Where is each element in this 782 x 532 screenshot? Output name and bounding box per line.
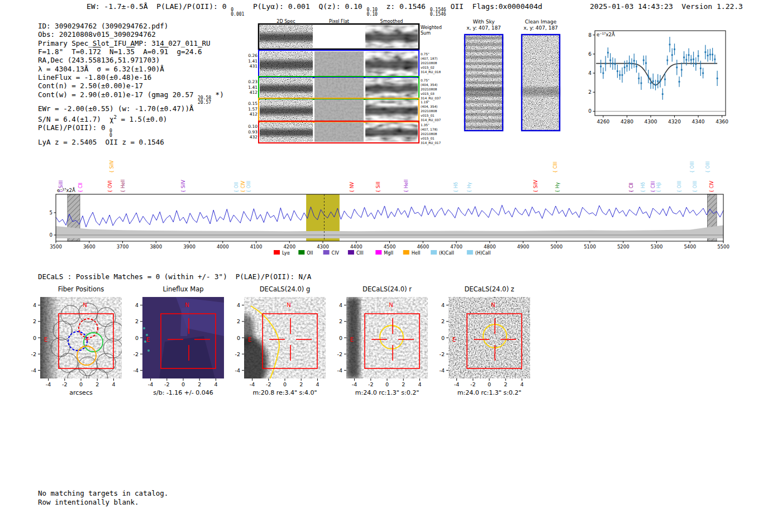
svg-text:x, y: 407, 187: x, y: 407, 187	[466, 25, 501, 31]
svg-text:0: 0	[588, 108, 592, 114]
svg-text:4400: 4400	[350, 244, 363, 250]
svg-text:E: E	[350, 337, 354, 343]
svg-text:0.23: 0.23	[248, 79, 258, 84]
svg-text:0: 0	[182, 381, 185, 387]
svg-text:4: 4	[112, 381, 115, 387]
svg-text:5300: 5300	[651, 244, 663, 250]
svg-text:-2: -2	[440, 351, 445, 357]
cutout-decals_r: DECaLS(24.0) rNE420-2-4-4-2024m:24.0 rc:…	[327, 284, 439, 398]
svg-text:{ CIII: { CIII	[651, 181, 656, 193]
svg-text:m:24.0 rc:1.3" s:0.2": m:24.0 rc:1.3" s:0.2"	[457, 389, 522, 396]
svg-text:0: 0	[488, 381, 491, 387]
svg-text:(K)CaII: (K)CaII	[439, 251, 454, 256]
decals-match-line: DECaLS : Possible Matches = 0 (within +/…	[38, 272, 311, 281]
svg-text:0.93: 0.93	[248, 130, 258, 135]
svg-text:OII: OII	[307, 251, 313, 256]
svg-text:{ SiIV: { SiIV	[533, 180, 538, 193]
svg-text:{ OIII: { OIII	[677, 181, 682, 193]
svg-text:8: 8	[588, 32, 592, 38]
svg-text:4260: 4260	[597, 119, 609, 124]
svg-text:v015_01: v015_01	[421, 137, 435, 141]
svg-text:4360: 4360	[716, 119, 728, 124]
info-line: F=1.8" T=0.172 N=1.35 A=0.91 g=24.6	[38, 47, 224, 56]
info-line: ID: 3090294762 (3090294762.pdf)	[38, 22, 224, 30]
svg-text:{ HeII: { HeII	[404, 180, 409, 193]
svg-text:0: 0	[135, 335, 139, 341]
svg-text:4300: 4300	[317, 244, 329, 250]
line-fit-svg: 02468426042804300432043404360e⁻¹⁷x2Å	[578, 25, 730, 129]
svg-text:{ Hδ: { Hδ	[454, 182, 459, 193]
svg-text:{ OIII: { OIII	[693, 181, 698, 193]
svg-text:{ Hβ: { Hβ	[656, 182, 661, 193]
svg-text:-2: -2	[337, 351, 342, 357]
header-timestamp-version: 2025-01-03 14:43:23 Version 1.22.3	[590, 2, 743, 11]
cutout-decals_g: DECaLS(24.0) gNE420-2-4-4-2024m:20.8 re:…	[225, 284, 337, 398]
svg-text:4900: 4900	[517, 244, 530, 250]
svg-text:N: N	[287, 302, 290, 308]
svg-text:Pixel Flat: Pixel Flat	[329, 19, 349, 24]
svg-text:4800: 4800	[484, 244, 496, 250]
svg-text:1.35": 1.35"	[421, 123, 430, 127]
svg-text:Lineflux Map: Lineflux Map	[163, 285, 203, 293]
svg-text:-4: -4	[133, 367, 139, 373]
svg-text:{ SiII: { SiII	[376, 181, 381, 193]
svg-text:3900: 3900	[183, 244, 196, 250]
svg-text:-2: -2	[133, 351, 139, 357]
svg-text:4300: 4300	[645, 119, 657, 124]
info-line: LineFlux = -1.80(±0.48)e-16	[38, 73, 224, 82]
svg-text:v015_01: v015_01	[421, 114, 435, 118]
svg-text:4: 4	[520, 381, 523, 387]
svg-text:{ SiIV: { SiIV	[181, 180, 186, 193]
svg-text:431: 431	[250, 64, 258, 69]
svg-text:0: 0	[283, 381, 287, 387]
svg-text:(407, 187): (407, 187)	[421, 57, 437, 60]
svg-text:5500: 5500	[717, 244, 729, 250]
svg-text:{ NV: { NV	[350, 181, 355, 193]
svg-text:Clean Image: Clean Image	[525, 19, 557, 25]
info-line: Obs: 20210808v015_3090294762	[38, 30, 224, 39]
svg-text:-2: -2	[368, 381, 373, 387]
svg-text:arcsecs: arcsecs	[69, 389, 93, 396]
svg-text:314_RU_017: 314_RU_017	[421, 141, 441, 145]
svg-text:CIV: CIV	[332, 251, 340, 256]
svg-text:0: 0	[237, 335, 240, 341]
svg-text:x, y: 407, 187: x, y: 407, 187	[523, 25, 558, 31]
svg-text:CIII: CIII	[356, 251, 364, 256]
svg-text:{ OIII: { OIII	[705, 161, 711, 173]
svg-text:E: E	[146, 337, 150, 343]
svg-text:0.15: 0.15	[248, 101, 258, 106]
sup-sub-value: 0.15460.1546	[430, 8, 446, 17]
svg-text:2: 2	[441, 318, 445, 324]
svg-text:4280: 4280	[621, 119, 633, 124]
svg-text:5400: 5400	[684, 244, 696, 250]
svg-text:-2: -2	[62, 381, 67, 387]
spec2d-cutout-grid: 2D SpecPixel FlatSmoothedWeightedSum0.26…	[246, 17, 447, 147]
svg-text:412: 412	[250, 90, 258, 95]
info-line: Primary Spec_Slot_IFU_AMP: 314_027_011_R…	[38, 39, 224, 47]
svg-text:{ CIV: { CIV	[241, 180, 246, 193]
svg-text:4320: 4320	[668, 119, 681, 124]
info-line: EWr = -2.00(±0.55) (w: -1.70(±0.47))Å	[38, 104, 224, 113]
svg-text:4: 4	[33, 302, 36, 308]
sup-sub-value: 00	[109, 129, 112, 138]
svg-text:(H)CaII: (H)CaII	[475, 251, 490, 256]
svg-text:2: 2	[135, 318, 139, 324]
svg-text:e⁻¹⁷x2Å: e⁻¹⁷x2Å	[597, 31, 615, 37]
svg-text:2: 2	[237, 318, 240, 324]
svg-text:s/b: -1.16 +/- 0.046: s/b: -1.16 +/- 0.046	[153, 389, 213, 396]
svg-text:Fiber Positions: Fiber Positions	[58, 285, 104, 293]
spec2d-svg: 2D SpecPixel FlatSmoothedWeightedSum0.26…	[246, 17, 447, 145]
svg-text:-4: -4	[352, 381, 357, 387]
info-line: P(LAE)/P(OII): 0 00	[38, 123, 224, 138]
svg-text:E: E	[44, 337, 47, 343]
svg-text:{ Hδ: { Hδ	[641, 182, 646, 193]
svg-text:-4: -4	[337, 367, 342, 373]
cutout-lineflux: Lineflux MapNE420-2-4-4-2024s/b: -1.16 +…	[123, 284, 235, 398]
svg-text:1.19": 1.19"	[421, 100, 430, 104]
svg-text:-4: -4	[440, 367, 445, 373]
svg-text:0: 0	[50, 232, 53, 238]
svg-text:{ OII: { OII	[234, 182, 239, 193]
svg-text:(404, 354): (404, 354)	[421, 105, 437, 108]
svg-text:-4: -4	[148, 381, 153, 387]
info-line: RA,Dec (243.558136,51.971703)	[38, 56, 224, 64]
